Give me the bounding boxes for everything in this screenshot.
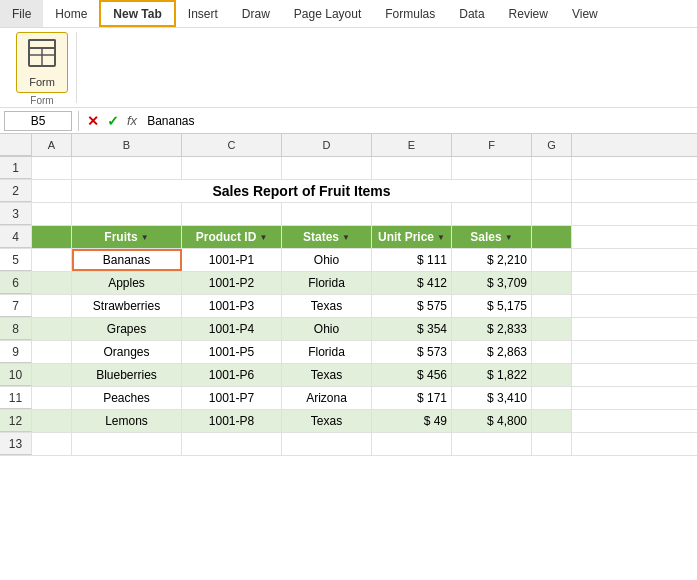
cell-f6-sales[interactable]: $ 3,709 [452,272,532,294]
confirm-icon[interactable]: ✓ [105,113,121,129]
cell-d3[interactable] [282,203,372,225]
cell-c10-product-id[interactable]: 1001-P6 [182,364,282,386]
cell-a2[interactable] [32,180,72,202]
cell-e6-unit-price[interactable]: $ 412 [372,272,452,294]
menu-insert[interactable]: Insert [176,0,230,27]
form-button[interactable]: Form [16,32,68,93]
cell-a4[interactable] [32,226,72,248]
cell-g4[interactable] [532,226,572,248]
unit-price-dropdown-icon[interactable]: ▼ [437,233,445,242]
col-header-a[interactable]: A [32,134,72,156]
cell-e3[interactable] [372,203,452,225]
col-header-f[interactable]: F [452,134,532,156]
cell-d1[interactable] [282,157,372,179]
cell-b3[interactable] [72,203,182,225]
cell-c8-product-id[interactable]: 1001-P4 [182,318,282,340]
cell-f7-sales[interactable]: $ 5,175 [452,295,532,317]
col-header-d[interactable]: D [282,134,372,156]
cell-d10-state[interactable]: Texas [282,364,372,386]
cell-e4-header[interactable]: Unit Price ▼ [372,226,452,248]
cell-c7-product-id[interactable]: 1001-P3 [182,295,282,317]
states-dropdown-icon[interactable]: ▼ [342,233,350,242]
cell-g3[interactable] [532,203,572,225]
cell-b1[interactable] [72,157,182,179]
formula-input[interactable] [143,112,693,130]
cancel-icon[interactable]: ✕ [85,113,101,129]
cell-g2[interactable] [532,180,572,202]
cell-f12-sales[interactable]: $ 4,800 [452,410,532,432]
cell-a10[interactable] [32,364,72,386]
cell-b13[interactable] [72,433,182,455]
cell-d9-state[interactable]: Florida [282,341,372,363]
menu-new-tab[interactable]: New Tab [99,0,175,27]
cell-c4-header[interactable]: Product ID ▼ [182,226,282,248]
cell-a11[interactable] [32,387,72,409]
cell-c6-product-id[interactable]: 1001-P2 [182,272,282,294]
cell-f13[interactable] [452,433,532,455]
cell-d4-header[interactable]: States ▼ [282,226,372,248]
cell-f10-sales[interactable]: $ 1,822 [452,364,532,386]
cell-g12[interactable] [532,410,572,432]
fruits-dropdown-icon[interactable]: ▼ [141,233,149,242]
cell-d8-state[interactable]: Ohio [282,318,372,340]
cell-b5-fruit[interactable]: Bananas [72,249,182,271]
cell-b7-fruit[interactable]: Strawberries [72,295,182,317]
cell-a12[interactable] [32,410,72,432]
product-id-dropdown-icon[interactable]: ▼ [259,233,267,242]
cell-c5-product-id[interactable]: 1001-P1 [182,249,282,271]
cell-f4-header[interactable]: Sales ▼ [452,226,532,248]
menu-view[interactable]: View [560,0,610,27]
cell-e5-unit-price[interactable]: $ 111 [372,249,452,271]
cell-c11-product-id[interactable]: 1001-P7 [182,387,282,409]
cell-b10-fruit[interactable]: Blueberries [72,364,182,386]
col-header-c[interactable]: C [182,134,282,156]
cell-a8[interactable] [32,318,72,340]
cell-e13[interactable] [372,433,452,455]
cell-c3[interactable] [182,203,282,225]
cell-b12-fruit[interactable]: Lemons [72,410,182,432]
name-box[interactable] [4,111,72,131]
cell-f8-sales[interactable]: $ 2,833 [452,318,532,340]
cell-e10-unit-price[interactable]: $ 456 [372,364,452,386]
menu-review[interactable]: Review [497,0,560,27]
cell-b6-fruit[interactable]: Apples [72,272,182,294]
cell-e1[interactable] [372,157,452,179]
cell-d5-state[interactable]: Ohio [282,249,372,271]
cell-d12-state[interactable]: Texas [282,410,372,432]
cell-d7-state[interactable]: Texas [282,295,372,317]
cell-d13[interactable] [282,433,372,455]
cell-g7[interactable] [532,295,572,317]
col-header-b[interactable]: B [72,134,182,156]
col-header-e[interactable]: E [372,134,452,156]
cell-c9-product-id[interactable]: 1001-P5 [182,341,282,363]
cell-a13[interactable] [32,433,72,455]
col-header-g[interactable]: G [532,134,572,156]
cell-f11-sales[interactable]: $ 3,410 [452,387,532,409]
cell-a6[interactable] [32,272,72,294]
cell-d6-state[interactable]: Florida [282,272,372,294]
menu-page-layout[interactable]: Page Layout [282,0,373,27]
cell-e12-unit-price[interactable]: $ 49 [372,410,452,432]
cell-a1[interactable] [32,157,72,179]
menu-file[interactable]: File [0,0,43,27]
cell-a5[interactable] [32,249,72,271]
menu-data[interactable]: Data [447,0,496,27]
cell-e9-unit-price[interactable]: $ 573 [372,341,452,363]
cell-g6[interactable] [532,272,572,294]
cell-g1[interactable] [532,157,572,179]
menu-formulas[interactable]: Formulas [373,0,447,27]
cell-c13[interactable] [182,433,282,455]
menu-draw[interactable]: Draw [230,0,282,27]
cell-f9-sales[interactable]: $ 2,863 [452,341,532,363]
cell-a3[interactable] [32,203,72,225]
cell-b4-header[interactable]: Fruits ▼ [72,226,182,248]
cell-d11-state[interactable]: Arizona [282,387,372,409]
cell-g10[interactable] [532,364,572,386]
menu-home[interactable]: Home [43,0,99,27]
cell-c1[interactable] [182,157,282,179]
cell-a7[interactable] [32,295,72,317]
cell-e11-unit-price[interactable]: $ 171 [372,387,452,409]
cell-b8-fruit[interactable]: Grapes [72,318,182,340]
cell-f1[interactable] [452,157,532,179]
cell-e8-unit-price[interactable]: $ 354 [372,318,452,340]
